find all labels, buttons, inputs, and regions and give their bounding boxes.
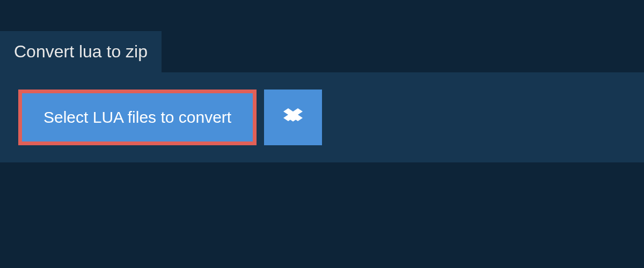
tab-label: Convert lua to zip <box>14 42 148 61</box>
dropbox-button[interactable] <box>264 90 322 145</box>
select-files-label: Select LUA files to convert <box>43 108 231 126</box>
button-row: Select LUA files to convert <box>18 90 626 145</box>
tab-bar: Convert lua to zip <box>0 0 644 72</box>
select-files-button[interactable]: Select LUA files to convert <box>18 90 257 145</box>
tab-convert[interactable]: Convert lua to zip <box>0 31 162 72</box>
converter-panel: Select LUA files to convert <box>0 72 644 162</box>
dropbox-icon <box>283 107 303 128</box>
